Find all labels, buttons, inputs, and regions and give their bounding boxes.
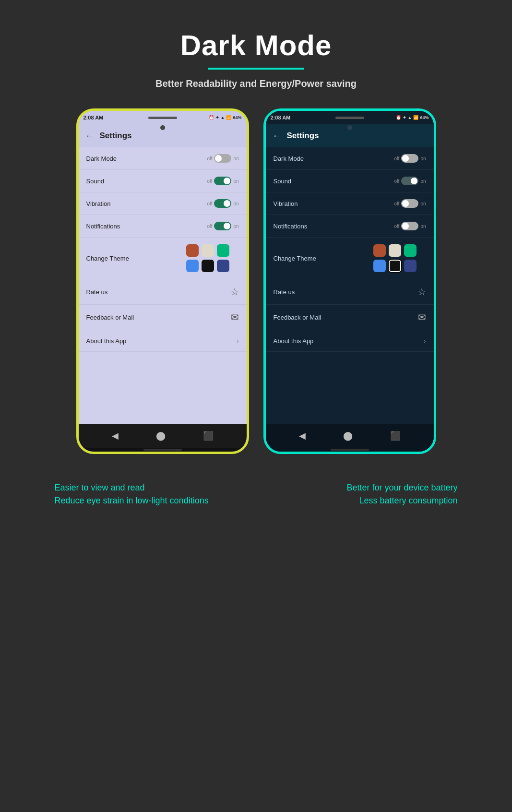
sound-toggle-group-dark: off on [394,177,426,185]
dark-phone-wrapper: 2:08 AM ⏰ ✦ ▲ 📶 64% ← Settings Dark Mode [263,108,436,454]
time-dark: 2:08 AM [271,115,291,120]
page-title: Dark Mode [180,29,332,62]
color-navy-dark[interactable] [404,260,417,272]
theme-colors-light [186,244,239,272]
theme-label-dark: Change Theme [274,255,316,262]
vibration-toggle-group-light: off on [207,199,238,208]
light-phone-wrapper: 2:08 AM ⏰ ✦ ▲ 📶 64% ← Settings Dark Mode [76,108,249,454]
theme-row-dark: Change Theme [266,238,434,279]
nav-square-dark[interactable]: ⬛ [390,430,401,441]
rate-us-row-light[interactable]: Rate us ☆ [79,279,247,305]
chevron-icon-dark: › [424,337,426,345]
back-button-dark[interactable]: ← [273,131,281,141]
color-green-dark[interactable] [404,244,417,257]
star-icon-light: ☆ [230,286,239,298]
mail-icon-dark: ✉ [418,311,426,323]
notifications-row-dark: Notifications off on [266,215,434,238]
color-beige-light[interactable] [202,244,214,257]
about-label-light: About this App [86,337,127,345]
about-row-light[interactable]: About this App › [79,330,247,352]
status-icons-dark: ⏰ ✦ ▲ 📶 64% [396,115,429,120]
notifications-toggle-group-dark: off on [394,222,426,230]
feedback-row-light[interactable]: Feedback or Mail ✉ [79,305,247,330]
settings-content-light: Dark Mode off on Sound off [79,147,247,424]
color-blue-dark[interactable] [373,260,386,272]
dark-mode-toggle-light[interactable] [214,154,231,163]
about-label-dark: About this App [274,337,314,345]
color-navy-light[interactable] [217,260,229,272]
nav-square-light[interactable]: ⬛ [203,430,214,441]
rate-us-label-dark: Rate us [274,288,295,296]
color-beige-dark[interactable] [389,244,401,257]
color-black-light[interactable] [202,260,214,272]
vibration-label-light: Vibration [86,200,111,207]
bottom-right-text-2: Less battery consumption [261,496,458,506]
theme-colors-dark [373,244,426,272]
time-light: 2:08 AM [83,115,104,120]
color-brown-dark[interactable] [373,244,386,257]
dark-mode-row-dark: Dark Mode off on [266,147,434,170]
charge-bar-dark [266,448,434,452]
vibration-toggle-light[interactable] [214,199,231,208]
sound-label-light: Sound [86,178,105,185]
sound-label-dark: Sound [274,178,292,185]
dark-mode-label-dark: Dark Mode [274,155,304,162]
camera-light [160,125,165,130]
vibration-toggle-group-dark: off on [394,199,426,208]
dark-mode-row-light: Dark Mode off on [79,147,247,170]
feedback-label-light: Feedback or Mail [86,314,134,321]
color-blue-light[interactable] [186,260,199,272]
camera-dark [347,125,352,130]
settings-content-dark: Dark Mode off on Sound off [266,147,434,424]
bottom-nav-dark: ◀ ⬤ ⬛ [266,424,434,448]
theme-label-light: Change Theme [86,255,129,262]
mail-icon-light: ✉ [231,311,239,323]
speaker-bar-light [148,117,177,119]
vibration-label-dark: Vibration [274,200,298,207]
light-phone: 2:08 AM ⏰ ✦ ▲ 📶 64% ← Settings Dark Mode [76,108,249,454]
nav-back-dark[interactable]: ◀ [299,430,306,441]
toolbar-title-dark: Settings [287,131,319,141]
dark-mode-toggle-group-dark: off on [394,154,426,163]
rate-us-row-dark[interactable]: Rate us ☆ [266,279,434,305]
title-underline [208,68,304,70]
feedback-label-dark: Feedback or Mail [274,314,321,321]
vibration-toggle-dark[interactable] [401,199,418,208]
sound-toggle-group-light: off on [207,177,238,185]
color-brown-light[interactable] [186,244,199,257]
notifications-toggle-light[interactable] [214,222,231,230]
sound-toggle-dark[interactable] [401,177,418,185]
nav-home-light[interactable]: ⬤ [156,430,166,441]
nav-back-light[interactable]: ◀ [112,430,119,441]
bottom-left: Easier to view and read Reduce eye strai… [55,483,251,506]
chevron-icon-light: › [237,337,239,345]
bottom-right: Better for your device battery Less batt… [261,483,458,506]
vibration-row-light: Vibration off on [79,192,247,215]
notifications-toggle-dark[interactable] [401,222,418,230]
dark-mode-toggle-dark[interactable] [401,154,418,163]
bottom-left-text-1: Easier to view and read [55,483,251,493]
theme-row-light: Change Theme [79,238,247,279]
back-button-light[interactable]: ← [85,131,94,141]
notifications-label-dark: Notifications [274,223,308,230]
color-green-light[interactable] [217,244,229,257]
star-icon-dark: ☆ [417,286,426,298]
notifications-row-light: Notifications off on [79,215,247,238]
nav-home-dark[interactable]: ⬤ [343,430,353,441]
bottom-right-text-1: Better for your device battery [261,483,458,493]
bottom-texts: Easier to view and read Reduce eye strai… [40,473,472,506]
dark-mode-toggle-group-light: off on [207,154,238,163]
sound-row-dark: Sound off on [266,170,434,192]
bottom-nav-light: ◀ ⬤ ⬛ [79,424,247,448]
subtitle: Better Readability and Energy/Power savi… [155,78,357,89]
rate-us-label-light: Rate us [86,288,108,296]
sound-toggle-light[interactable] [214,177,231,185]
toolbar-title-light: Settings [100,131,132,141]
color-black-dark[interactable] [389,260,401,272]
about-row-dark[interactable]: About this App › [266,330,434,352]
charge-bar-light [79,448,247,452]
status-icons-light: ⏰ ✦ ▲ 📶 64% [209,115,242,120]
vibration-row-dark: Vibration off on [266,192,434,215]
feedback-row-dark[interactable]: Feedback or Mail ✉ [266,305,434,330]
dark-mode-label-light: Dark Mode [86,155,117,162]
